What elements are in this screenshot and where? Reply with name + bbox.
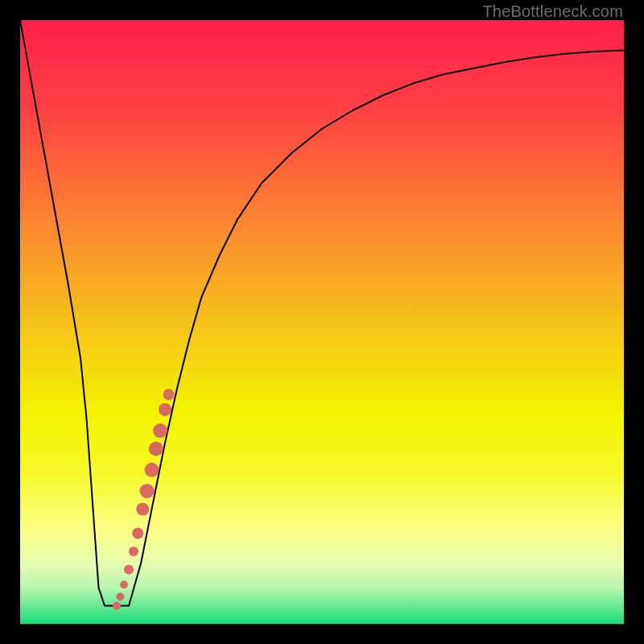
attribution-label: TheBottleneck.com <box>482 2 623 21</box>
sample-point <box>140 484 155 498</box>
sample-point <box>124 565 134 575</box>
sample-point <box>117 592 125 601</box>
sample-point <box>132 528 143 539</box>
sample-point <box>136 503 149 516</box>
sample-point <box>149 442 163 456</box>
gradient-background <box>20 20 624 624</box>
sample-point <box>129 547 138 556</box>
plot-area <box>20 20 624 624</box>
sample-point <box>163 389 175 400</box>
sample-point <box>120 580 128 588</box>
sample-point <box>113 602 121 610</box>
chart-frame: TheBottleneck.com <box>0 0 644 644</box>
sample-point <box>153 423 167 438</box>
sample-point <box>159 403 171 416</box>
sample-point <box>145 463 159 477</box>
chart-svg <box>20 20 624 624</box>
